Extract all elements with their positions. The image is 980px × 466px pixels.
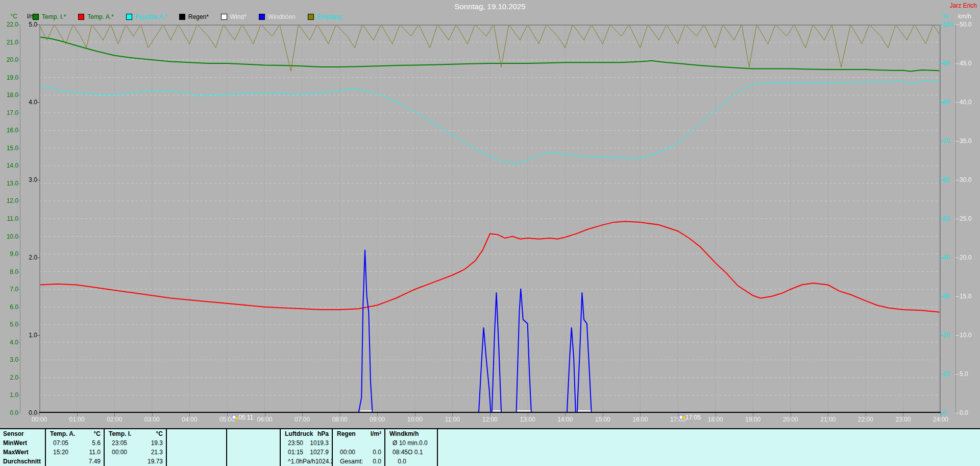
tick-label-temp: 5.0	[1, 321, 18, 328]
table-col-rowlabels: Sensor MinWert MaxWert Durchschnitt	[0, 429, 45, 466]
series-line-windb-en	[359, 250, 373, 413]
table-col-regen: Regenl/m² 00:000.0 Gesamt:0.0	[332, 429, 384, 466]
tick-mark-temp	[17, 130, 20, 131]
table-cell: 23:05	[105, 439, 127, 447]
legend-swatch-icon	[126, 14, 132, 20]
tick-mark-wind	[955, 413, 959, 413]
tick-mark-wind	[955, 258, 959, 258]
tick-label-hour: 18:00	[707, 416, 723, 423]
tick-mark-wind	[955, 219, 959, 219]
legend-item-empfang[interactable]: Empfang	[308, 13, 341, 20]
legend-item-temp-i-[interactable]: Temp. I.*	[33, 13, 66, 20]
table-cell: 1024.2	[315, 458, 332, 465]
table-col-empty-3	[437, 429, 549, 466]
tick-mark-hour	[77, 413, 78, 416]
tick-mark-temp	[17, 378, 20, 378]
tick-label-hum: 10	[943, 371, 949, 377]
table-cell: hPa	[317, 430, 332, 437]
legend-item-feuchte-a-[interactable]: Feuchte A.*	[126, 13, 167, 20]
tick-mark-wind	[955, 25, 959, 25]
tick-mark-hum	[939, 180, 943, 180]
tick-label-hum: 40	[943, 254, 949, 261]
table-cell: Regen	[333, 430, 356, 437]
table-cell: 19.73	[148, 458, 166, 465]
tick-mark-rain	[36, 335, 40, 336]
tick-mark-hour	[452, 413, 453, 416]
tick-mark-temp	[17, 95, 20, 96]
tick-mark-hour	[640, 413, 641, 416]
tick-mark-wind	[955, 141, 959, 142]
tick-mark-wind	[955, 374, 959, 375]
tick-label-hour: 20:00	[783, 416, 798, 423]
legend-label: Regen*	[188, 13, 209, 20]
legend-item-regen-[interactable]: Regen*	[179, 13, 209, 20]
arrow-down-icon: ▼	[681, 414, 687, 421]
tick-label-wind: 50.0	[960, 21, 971, 28]
tick-label-rain: 3.0	[19, 177, 37, 183]
table-cell: km/h	[404, 430, 437, 437]
tick-mark-hum	[939, 258, 943, 258]
legend-label: Feuchte A.*	[135, 13, 167, 20]
tick-label-wind: 25.0	[960, 216, 971, 222]
tick-mark-temp	[17, 42, 20, 43]
tick-label-temp: 19.0	[1, 75, 18, 81]
tick-label-hour: 11:00	[445, 416, 460, 423]
tick-mark-rain	[36, 180, 40, 180]
table-cell: Luftdruck	[281, 430, 313, 437]
tick-label-hour: 15:00	[595, 416, 610, 423]
legend-item-temp-a-[interactable]: Temp. A.*	[78, 13, 113, 20]
sunset-icon: ▼	[679, 414, 685, 421]
tick-label-hour: 16:00	[632, 416, 648, 423]
tick-mark-hum	[939, 63, 943, 64]
tick-label-temp: 2.0	[1, 375, 18, 381]
table-cell: 00:00	[105, 449, 127, 456]
legend-swatch-icon	[33, 14, 39, 20]
legend-item-wind-[interactable]: Wind*	[221, 13, 247, 20]
table-col-wind: Windkm/h Ø 10 min.0.0 08:45O 0.1 0.0	[384, 429, 437, 466]
tick-mark-hour	[753, 413, 753, 416]
tick-label-hour: 21:00	[820, 416, 836, 423]
table-col-temp-i: Temp. I.°C 23:0519.3 00:0021.3 19.73	[104, 429, 166, 466]
tick-label-hour: 01:00	[69, 416, 85, 423]
legend-label: Windböen	[268, 13, 296, 20]
tick-mark-hum	[939, 296, 943, 297]
tick-mark-hour	[603, 413, 603, 416]
legend-item-windb-en[interactable]: Windböen	[259, 13, 296, 20]
tick-label-hum: 20	[943, 332, 949, 338]
table-col-luftdruck: LuftdruckhPa 23:501019.3 01:151027.9 ^1.…	[280, 429, 332, 466]
tick-mark-temp	[17, 113, 20, 113]
tick-label-temp: 1.0	[1, 392, 18, 398]
table-cell: 5.6	[92, 439, 104, 447]
tick-mark-temp	[17, 272, 20, 272]
axis-unit-wind: km/h	[958, 13, 971, 20]
legend-swatch-icon	[179, 14, 185, 20]
legend-label: Temp. A.*	[87, 13, 113, 20]
station-owner-label: Jarz Erich	[950, 2, 977, 9]
tick-label-wind: 15.0	[960, 293, 971, 299]
tick-mark-hum	[939, 102, 943, 103]
sun-marker-time: 05:11	[238, 414, 253, 421]
tick-mark-temp	[17, 324, 20, 325]
table-cell: 11.0	[89, 449, 104, 456]
sun-marker-set: ▼17:05	[679, 414, 701, 421]
legend-label: Empfang	[317, 13, 341, 20]
chart-title: Sonntag, 19.10.2025	[454, 2, 525, 11]
tick-label-rain: 0.0	[19, 410, 37, 416]
tick-mark-rain	[36, 102, 40, 103]
tick-label-hour: 04:00	[182, 416, 197, 423]
table-cell: 23:50	[281, 439, 303, 447]
tick-mark-hum	[939, 141, 943, 142]
tick-mark-hour	[377, 413, 378, 416]
tick-mark-hum	[939, 25, 943, 25]
sunrise-icon: ▲	[232, 414, 238, 421]
tick-mark-hour	[227, 413, 228, 416]
tick-label-hum: 30	[943, 293, 949, 299]
table-cell: 0.0	[373, 458, 384, 465]
tick-label-hour: 22:00	[858, 416, 873, 423]
tick-mark-hour	[903, 413, 903, 416]
tick-label-wind: 40.0	[960, 99, 971, 105]
table-cell: Durchschnitt	[0, 457, 45, 466]
tick-label-hour: 24:00	[933, 416, 948, 423]
table-cell: Wind	[385, 430, 404, 437]
tick-mark-temp	[17, 166, 20, 166]
